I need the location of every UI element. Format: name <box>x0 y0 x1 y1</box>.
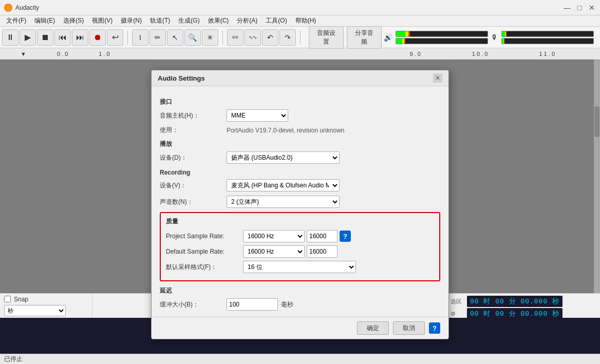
project-rate-help-button[interactable]: ? <box>340 231 351 242</box>
timeline-ruler: ▼ 0 . 0 1 . 0 9 . 0 1 0 . 0 1 1 . 0 <box>0 48 600 60</box>
project-rate-label: Project Sample Rate: <box>166 233 243 240</box>
menu-edit[interactable]: 编辑(E) <box>30 15 59 26</box>
format-select[interactable]: 16 位 <box>243 261 356 273</box>
share-audio-button[interactable]: 分享音频 <box>347 26 382 49</box>
audio-settings-button[interactable]: 音频设置 <box>309 26 344 49</box>
rewind-button[interactable]: ⏮ <box>54 29 71 46</box>
default-rate-select[interactable]: 16000 Hz <box>243 245 305 258</box>
cursor-tool[interactable]: ↖ <box>167 29 183 46</box>
recording-device-select[interactable]: 麦克风 (HP Bang & Olufsen Audio Mo <box>227 179 340 191</box>
playback-device-label: 设备(D)： <box>160 154 227 162</box>
project-rate-select[interactable]: 16000 Hz <box>243 230 305 242</box>
dialog-title: Audio Settings <box>158 74 205 82</box>
mic-icon: 🎙 <box>491 33 498 42</box>
using-row: 使用： PortAudio V19.7.0-devel, revision un… <box>160 126 440 135</box>
snap-label: Snap <box>14 296 28 303</box>
record-button[interactable]: ⏺ <box>89 29 106 46</box>
speaker-icon: 🔊 <box>384 33 392 42</box>
dialog-footer: 确定 取消 ? <box>152 317 448 339</box>
format-row: 默认采样格式(F)： 16 位 <box>166 261 434 273</box>
dialog-help-button[interactable]: ? <box>429 322 440 334</box>
sel-start-icon: 选区 <box>451 298 465 305</box>
menu-analyze[interactable]: 分析(A) <box>233 15 261 26</box>
edit-tools: I ✏ ↖ 🔍 ✳ <box>132 29 218 46</box>
window-controls: — □ ✕ <box>563 4 596 12</box>
host-select[interactable]: MME <box>227 109 288 122</box>
select-tool[interactable]: I <box>132 29 148 46</box>
level-meters: 🔊 🎙 <box>384 31 594 44</box>
recording-device-row: 设备(V)： 麦克风 (HP Bang & Olufsen Audio Mo <box>160 179 440 191</box>
using-label: 使用： <box>160 126 227 135</box>
buffer-label: 缓冲大小(B)： <box>160 300 227 309</box>
ruler-label-11: 1 1 . 0 <box>539 51 555 57</box>
snap-checkbox[interactable] <box>4 296 11 302</box>
ruler-label-10: 1 0 . 0 <box>472 51 488 57</box>
ruler-label-9: 9 . 0 <box>409 51 420 57</box>
output-meter-bottom <box>396 38 488 44</box>
host-label: 音频主机(H)： <box>160 111 227 120</box>
sel-end-row: ⚙ 00 时 00 分 00.000 秒 <box>451 308 596 319</box>
menu-tools[interactable]: 工具(O) <box>261 15 291 26</box>
project-rate-row: Project Sample Rate: 16000 Hz ? <box>166 230 434 242</box>
quality-section: 质量 Project Sample Rate: 16000 Hz ? Defau… <box>160 212 440 281</box>
status-bar: 已停止 <box>0 354 600 364</box>
app-icon <box>4 4 12 12</box>
loop-button[interactable]: ↩ <box>107 29 123 46</box>
recording-device-label: 设备(V)： <box>160 181 227 190</box>
menu-help[interactable]: 帮助(H) <box>291 15 321 26</box>
menu-file[interactable]: 文件(F) <box>2 15 30 26</box>
cancel-button[interactable]: 取消 <box>393 321 425 335</box>
buffer-input[interactable] <box>227 298 278 311</box>
undo-tool[interactable]: ↶ <box>262 29 278 46</box>
buffer-unit: 毫秒 <box>281 300 293 309</box>
project-rate-input[interactable] <box>307 230 338 242</box>
wave-tools: ≡≡ ∿∿ ↶ ↷ <box>227 29 296 46</box>
dialog-close-button[interactable]: ✕ <box>433 73 442 83</box>
title-bar: Audacity — □ ✕ <box>0 0 600 15</box>
channels-label: 声道数(N)： <box>160 198 227 206</box>
pause-button[interactable]: ⏸ <box>2 29 18 46</box>
ruler-label-0: 0 . 0 <box>57 51 68 57</box>
toolbar-separator-3 <box>300 30 301 45</box>
maximize-button[interactable]: □ <box>575 4 584 12</box>
snap-row: Snap <box>4 296 88 303</box>
redo-tool[interactable]: ↷ <box>279 29 296 46</box>
multi-tool[interactable]: ✳ <box>202 29 218 46</box>
sel-end-icon: ⚙ <box>451 311 465 317</box>
default-rate-input[interactable] <box>307 245 338 258</box>
buffer-row: 缓冲大小(B)： 毫秒 <box>160 298 440 311</box>
selection-area: 选区 00 时 00 分 00.000 秒 ⚙ 00 时 00 分 00.000… <box>446 294 600 318</box>
dialog-body: 接口 音频主机(H)： MME 使用： PortAudio V19.7.0-de… <box>152 86 448 317</box>
minimize-button[interactable]: — <box>563 4 571 12</box>
channels-select[interactable]: 2 (立体声) <box>227 196 340 208</box>
status-text: 已停止 <box>4 355 23 363</box>
input-meter-bottom <box>501 38 594 44</box>
zoom-in-tool[interactable]: 🔍 <box>184 29 201 46</box>
ok-button[interactable]: 确定 <box>357 321 389 335</box>
play-button[interactable]: ▶ <box>20 29 36 46</box>
menu-bar: 文件(F) 编辑(E) 选择(S) 视图(V) 摄录(N) 轨道(T) 生成(G… <box>0 15 600 27</box>
forward-button[interactable]: ⏭ <box>72 29 88 46</box>
output-meter-top <box>396 31 488 37</box>
dialog-title-bar: Audio Settings ✕ <box>152 70 448 86</box>
menu-generate[interactable]: 生成(G) <box>174 15 203 26</box>
title-bar-left: Audacity <box>4 4 39 12</box>
menu-record[interactable]: 摄录(N) <box>117 15 146 26</box>
silence-tool[interactable]: ∿∿ <box>245 29 261 46</box>
menu-view[interactable]: 视图(V) <box>88 15 117 26</box>
format-label: 默认采样格式(F)： <box>166 263 243 272</box>
stop-button[interactable]: ⏹ <box>37 29 53 46</box>
zoom-out-tool[interactable]: ≡≡ <box>227 29 243 46</box>
menu-effects[interactable]: 效果(C) <box>204 15 233 26</box>
menu-select[interactable]: 选择(S) <box>59 15 88 26</box>
draw-tool[interactable]: ✏ <box>149 29 166 46</box>
playback-section-label: 播放 <box>160 140 440 148</box>
menu-tracks[interactable]: 轨道(T) <box>146 15 174 26</box>
close-window-button[interactable]: ✕ <box>588 4 596 12</box>
channels-row: 声道数(N)： 2 (立体声) <box>160 196 440 208</box>
playback-device-select[interactable]: 扬声器 (USBAudio2.0) <box>227 151 340 164</box>
input-meter-top <box>501 31 594 37</box>
snap-unit-select[interactable]: 秒 <box>4 305 66 316</box>
default-rate-row: Default Sample Rate: 16000 Hz <box>166 245 434 258</box>
quality-section-title: 质量 <box>166 217 434 226</box>
